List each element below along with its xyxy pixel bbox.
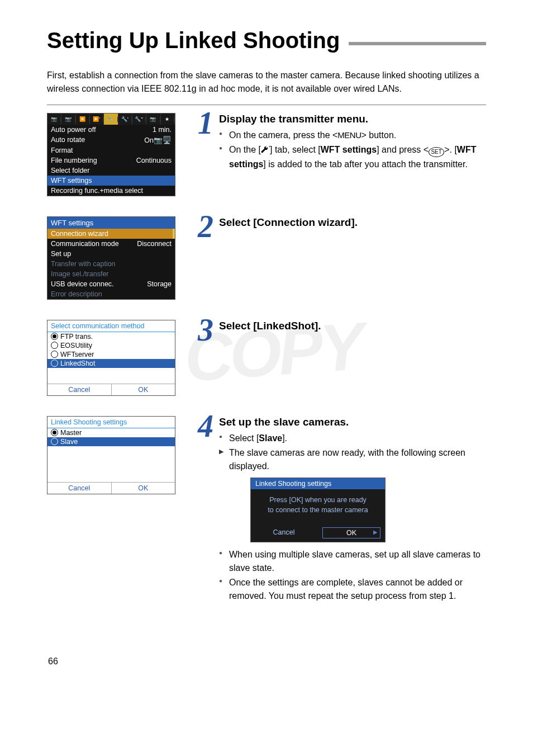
wrench-icon — [261, 144, 269, 158]
step3-title: Select [LinkedShot]. — [219, 320, 486, 332]
step-number-4: 4 — [192, 414, 219, 604]
intro-text: First, establish a connection from the s… — [47, 69, 486, 96]
camera-screenshot-wft-settings: WFT settings Connection wizard Communica… — [47, 216, 175, 300]
step-number-3: 3 — [192, 318, 219, 343]
camera-screenshot-ready-prompt: Linked Shooting settings Press [OK] when… — [250, 478, 386, 542]
title-rule — [349, 42, 486, 45]
step4-bullet3: When using multiple slave cameras, set u… — [219, 548, 486, 575]
step2-title: Select [Connection wizard]. — [219, 216, 486, 229]
step4-bullet1: Select [Slave]. — [219, 432, 486, 445]
step-number-1: 1 — [192, 111, 219, 172]
page-number: 66 — [48, 656, 58, 667]
camera-screenshot-transmitter-menu: 📷 📷' ▶️ ▶️' 🔧 🔧' 🔧'' 📷 ★ Auto power off1… — [47, 113, 175, 196]
camera-screenshot-linked-settings: Linked Shooting settings Master Slave Ca… — [47, 416, 175, 494]
step4-title: Set up the slave cameras. — [219, 416, 486, 428]
step4-bullet2: The slave cameras are now ready, with th… — [219, 446, 486, 473]
step1-title: Display the transmitter menu. — [219, 113, 486, 125]
camera-screenshot-comm-method: Select communication method FTP trans. E… — [47, 320, 175, 396]
separator — [47, 105, 486, 105]
page-title: Setting Up Linked Shooting — [47, 28, 340, 53]
step4-bullet4: Once the settings are complete, slaves c… — [219, 576, 486, 603]
step1-bullet1: On the camera, press the <MENU> button. — [219, 129, 486, 142]
set-icon: SET — [429, 147, 444, 157]
step1-bullet2: On the [ '] tab, select [WFT settings] a… — [219, 143, 486, 171]
step-number-2: 2 — [192, 214, 219, 239]
